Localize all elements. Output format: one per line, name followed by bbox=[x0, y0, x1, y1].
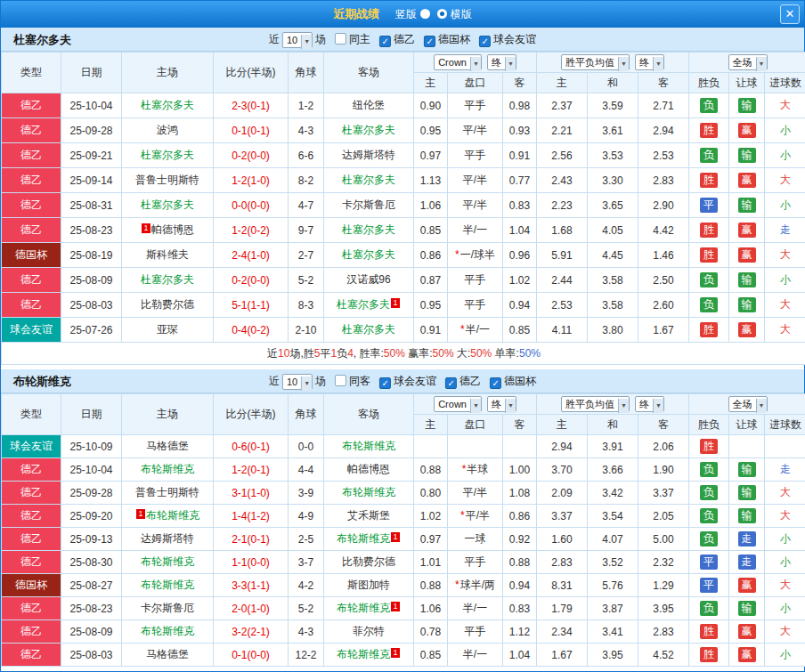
handicap-result-badge: 赢 bbox=[738, 173, 756, 188]
team-link[interactable]: 卡尔斯鲁厄 bbox=[141, 602, 194, 614]
team-link[interactable]: 普鲁士明斯特 bbox=[135, 486, 199, 498]
filter-checkbox[interactable] bbox=[335, 33, 346, 45]
away-team-cell: 布轮斯维克1 bbox=[324, 528, 414, 551]
focus-team-link[interactable]: 布轮斯维克 bbox=[337, 532, 390, 545]
focus-team-link[interactable]: 杜塞尔多夫 bbox=[141, 149, 194, 161]
close-icon[interactable]: ✕ bbox=[780, 4, 800, 24]
type-badge: 球会友谊 bbox=[2, 318, 61, 343]
filter-checkbox[interactable]: ✓ bbox=[479, 36, 491, 47]
away-team-cell: 达姆斯塔特 bbox=[324, 143, 414, 168]
match-row: 德乙25-08-09杜塞尔多夫0-2(0-0)5-2汉诺威960.87平手1.0… bbox=[2, 268, 805, 293]
team-link[interactable]: 亚琛 bbox=[157, 323, 178, 336]
focus-team-link[interactable]: 杜塞尔多夫 bbox=[342, 248, 395, 261]
team-link[interactable]: 帕德博恩 bbox=[347, 463, 390, 475]
summary-segment: 场,胜 bbox=[289, 347, 313, 360]
focus-team-link[interactable]: 布轮斯维克 bbox=[141, 625, 194, 637]
red-card-badge: 1 bbox=[142, 223, 150, 233]
odds-source-select-value: Crown bbox=[438, 399, 467, 409]
team-link[interactable]: 艾禾斯堡 bbox=[347, 509, 390, 522]
match-row: 德乙25-08-231帕德博恩1-2(0-2)9-7杜塞尔多夫0.85半/一1.… bbox=[2, 218, 805, 243]
fullmatch-select[interactable]: 全场▼ bbox=[728, 54, 768, 70]
final-odds-select-2-value: 终 bbox=[639, 399, 649, 409]
horizontal-layout-radio[interactable] bbox=[437, 9, 447, 19]
odds-handicap: 平手 bbox=[448, 93, 503, 118]
focus-team-link[interactable]: 杜塞尔多夫 bbox=[141, 99, 194, 111]
filter-checkbox[interactable]: ✓ bbox=[424, 36, 435, 47]
focus-team-link[interactable]: 布轮斯维克 bbox=[342, 440, 395, 452]
filter-checkbox[interactable]: ✓ bbox=[379, 377, 391, 389]
focus-team-link[interactable]: 杜塞尔多夫 bbox=[337, 298, 390, 311]
fullmatch-select-value: 全场 bbox=[733, 57, 752, 68]
avg-odds-select[interactable]: 胜平负均值▼ bbox=[561, 54, 630, 70]
final-odds-select-2[interactable]: 终▼ bbox=[635, 54, 664, 70]
focus-team-link[interactable]: 布轮斯维克 bbox=[141, 463, 194, 475]
focus-team-link[interactable]: 杜塞尔多夫 bbox=[342, 223, 395, 236]
avg-home-odds: 1.79 bbox=[537, 597, 588, 620]
filter-checkbox[interactable]: ✓ bbox=[445, 377, 457, 389]
focus-team-link[interactable]: 布轮斯维克 bbox=[337, 648, 390, 660]
handicap-text: 平/半 bbox=[463, 198, 487, 211]
final-odds-select-2[interactable]: 终▼ bbox=[635, 396, 664, 412]
team-link[interactable]: 斯科维夫 bbox=[146, 248, 189, 261]
fullmatch-select-value: 全场 bbox=[733, 399, 752, 409]
focus-team-link[interactable]: 布轮斯维克 bbox=[146, 509, 199, 522]
avg-draw-odds: 3.80 bbox=[588, 318, 638, 343]
focus-team-link[interactable]: 布轮斯维克 bbox=[337, 602, 390, 614]
team-link[interactable]: 菲尔特 bbox=[353, 625, 385, 637]
odds-source-select[interactable]: Crown▼ bbox=[434, 54, 482, 70]
odds-home-water: 0.97 bbox=[414, 528, 448, 551]
filter-checkbox[interactable] bbox=[335, 375, 346, 386]
match-date: 25-09-20 bbox=[61, 505, 122, 528]
fullmatch-header: 全场▼ bbox=[689, 53, 805, 73]
filter-checkbox[interactable]: ✓ bbox=[490, 377, 501, 389]
goals-result: 走 bbox=[780, 463, 791, 475]
team-link[interactable]: 纽伦堡 bbox=[353, 99, 385, 111]
team-link[interactable]: 达姆斯塔特 bbox=[141, 532, 194, 545]
odds-source-select[interactable]: Crown▼ bbox=[434, 396, 482, 412]
team-link[interactable]: 卡尔斯鲁厄 bbox=[342, 198, 395, 211]
filter-checkbox[interactable]: ✓ bbox=[379, 36, 391, 47]
focus-team-link[interactable]: 布轮斯维克 bbox=[141, 555, 194, 568]
team-link[interactable]: 比勒费尔德 bbox=[342, 555, 395, 568]
focus-team-link[interactable]: 布轮斯维克 bbox=[141, 579, 194, 591]
odds-source-header: Crown▼终▼ bbox=[414, 53, 537, 73]
focus-team-link[interactable]: 杜塞尔多夫 bbox=[141, 273, 194, 286]
matches-count-select[interactable]: 10▼ bbox=[282, 32, 313, 48]
avg-odds-select[interactable]: 胜平负均值▼ bbox=[561, 396, 630, 412]
odds-handicap: *半/一 bbox=[448, 318, 503, 343]
sub-column-header: 客 bbox=[503, 73, 537, 93]
team-bar: 杜塞尔多夫近10▼场同主✓德乙✓德国杯✓球会友谊 bbox=[1, 28, 804, 52]
team-link[interactable]: 斯图加特 bbox=[347, 579, 390, 591]
odds-home-water: 1.01 bbox=[414, 551, 448, 574]
fullmatch-select[interactable]: 全场▼ bbox=[728, 396, 768, 412]
odds-home-water: 0.91 bbox=[414, 318, 448, 343]
team-link[interactable]: 达姆斯塔特 bbox=[342, 149, 395, 161]
odds-home-water: 0.88 bbox=[414, 458, 448, 482]
match-row: 德乙25-10-04布轮斯维克1-2(0-1)4-4帕德博恩0.88*半球1.0… bbox=[2, 458, 805, 482]
focus-team-link[interactable]: 杜塞尔多夫 bbox=[342, 174, 395, 186]
match-date: 25-08-30 bbox=[61, 551, 122, 574]
team-link[interactable]: 波鸿 bbox=[157, 124, 178, 136]
team-link[interactable]: 马格德堡 bbox=[146, 648, 189, 660]
team-link[interactable]: 比勒费尔德 bbox=[141, 298, 194, 311]
focus-team-link[interactable]: 杜塞尔多夫 bbox=[342, 124, 395, 136]
focus-team-link[interactable]: 杜塞尔多夫 bbox=[141, 198, 194, 211]
goals-result-cell: 小 bbox=[765, 644, 805, 667]
focus-team-link[interactable]: 布轮斯维克 bbox=[342, 486, 395, 498]
odds-away-water: 1.04 bbox=[503, 218, 537, 243]
team-link[interactable]: 帕德博恩 bbox=[151, 223, 194, 236]
final-odds-select[interactable]: 终▼ bbox=[487, 54, 516, 70]
fullmatch-header: 全场▼ bbox=[689, 394, 805, 415]
final-odds-select[interactable]: 终▼ bbox=[487, 396, 516, 412]
team-link[interactable]: 普鲁士明斯特 bbox=[135, 174, 199, 186]
match-date: 25-08-03 bbox=[61, 293, 122, 318]
team-link[interactable]: 汉诺威96 bbox=[346, 273, 390, 286]
matches-count-select[interactable]: 10▼ bbox=[282, 374, 313, 390]
match-date: 25-08-09 bbox=[61, 268, 122, 293]
odds-handicap: 平手 bbox=[448, 293, 503, 318]
page-title: 近期战绩 bbox=[333, 7, 379, 20]
team-link[interactable]: 马格德堡 bbox=[146, 440, 189, 452]
focus-team-link[interactable]: 杜塞尔多夫 bbox=[342, 323, 395, 336]
vertical-layout-radio[interactable] bbox=[420, 9, 430, 19]
avg-away-odds: 2.83 bbox=[638, 620, 689, 644]
